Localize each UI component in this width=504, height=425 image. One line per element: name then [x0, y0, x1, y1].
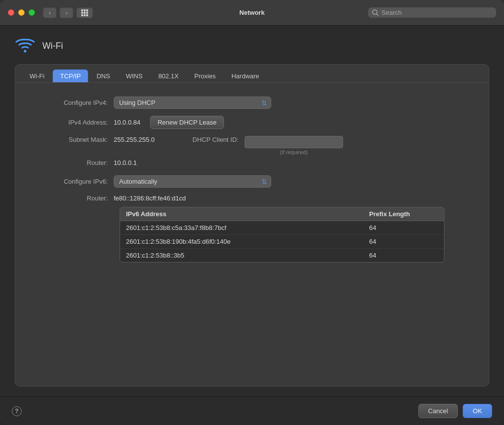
ipv4-address-value: 10.0.0.84: [114, 119, 140, 126]
svg-rect-8: [86, 14, 88, 16]
forward-button[interactable]: ›: [60, 7, 73, 18]
subnet-mask-label: Subnet Mask:: [35, 136, 114, 143]
tab-wifi[interactable]: Wi-Fi: [22, 69, 52, 82]
svg-point-11: [24, 50, 27, 53]
window-title: Network: [239, 9, 264, 16]
svg-rect-1: [84, 9, 86, 11]
configure-ipv6-label: Configure IPv6:: [35, 178, 114, 185]
configure-ipv6-row: Configure IPv6: Automatically Manually L…: [35, 175, 469, 188]
svg-rect-4: [84, 12, 86, 14]
router6-value: fe80::1286:8cff:fe46:d1cd: [114, 195, 186, 202]
grid-icon: [81, 9, 89, 17]
wifi-label: Wi-Fi: [42, 41, 63, 51]
subnet-dhcp-row: Subnet Mask: 255.255.255.0 DHCP Client I…: [35, 136, 469, 155]
ipv6-addr-1: 2601:c1:2:53b8:c5a:33a7:f8b8:7bcf: [126, 224, 369, 231]
dhcp-client-id-input[interactable]: [245, 136, 343, 148]
svg-rect-2: [86, 9, 88, 11]
search-input[interactable]: [381, 9, 492, 16]
ipv4-address-row: IPv4 Address: 10.0.0.84 Renew DHCP Lease: [35, 116, 469, 129]
renew-dhcp-button[interactable]: Renew DHCP Lease: [150, 116, 224, 129]
minimize-button[interactable]: [18, 9, 25, 16]
router6-row: Router: fe80::1286:8cff:fe46:d1cd: [35, 195, 469, 202]
router-row: Router: 10.0.0.1: [35, 159, 469, 166]
traffic-lights: [8, 9, 35, 16]
content-area: Wi-Fi Wi-Fi TCP/IP DNS WINS 802.1X Proxi…: [0, 26, 504, 396]
tab-bar: Wi-Fi TCP/IP DNS WINS 802.1X Proxies Har…: [15, 65, 489, 83]
bottom-bar: ? Cancel OK: [0, 396, 504, 425]
dhcp-hint: (If required): [245, 149, 343, 155]
ipv6-addr-2: 2601:c1:2:53b8:190b:4fa5:d6f0:140e: [126, 238, 369, 245]
svg-line-10: [377, 14, 378, 16]
wifi-header: Wi-Fi: [15, 35, 489, 56]
svg-rect-7: [84, 14, 86, 16]
settings-panel: Wi-Fi TCP/IP DNS WINS 802.1X Proxies Har…: [15, 64, 489, 387]
ipv6-col-address-header: IPv6 Address: [126, 210, 369, 218]
svg-rect-6: [81, 14, 83, 16]
configure-ipv6-select-wrapper: Automatically Manually Link-local only O…: [114, 175, 271, 188]
table-row[interactable]: 2601:c1:2:53b8:190b:4fa5:d6f0:140e 64: [120, 235, 444, 249]
tab-wins[interactable]: WINS: [119, 69, 150, 82]
bottom-right-buttons: Cancel OK: [418, 404, 492, 418]
ipv6-table-header: IPv6 Address Prefix Length: [120, 207, 444, 221]
tab-proxies[interactable]: Proxies: [187, 69, 223, 82]
router-value: 10.0.0.1: [114, 159, 137, 166]
cancel-button[interactable]: Cancel: [418, 404, 458, 418]
tab-8021x[interactable]: 802.1X: [151, 69, 186, 82]
ipv6-prefix-2: 64: [369, 238, 438, 245]
table-row[interactable]: 2601:c1:2:53b8::3b5 64: [120, 249, 444, 262]
svg-rect-3: [81, 12, 83, 14]
tab-tcpip[interactable]: TCP/IP: [53, 69, 88, 82]
titlebar: ‹ › Network: [0, 0, 504, 26]
ok-button[interactable]: OK: [463, 404, 492, 418]
nav-buttons: ‹ ›: [43, 7, 73, 18]
wifi-icon: [15, 35, 35, 56]
dhcp-client-id-label: DHCP Client ID:: [192, 136, 245, 143]
table-row[interactable]: 2601:c1:2:53b8:c5a:33a7:f8b8:7bcf 64: [120, 221, 444, 235]
maximize-button[interactable]: [29, 9, 35, 16]
search-icon: [372, 9, 378, 16]
tab-dns[interactable]: DNS: [89, 69, 117, 82]
ipv6-col-prefix-header: Prefix Length: [369, 210, 438, 218]
tab-hardware[interactable]: Hardware: [224, 69, 266, 82]
configure-ipv4-label: Configure IPv4:: [35, 99, 114, 106]
dhcp-client-id-container: (If required): [245, 136, 343, 155]
configure-ipv4-row: Configure IPv4: Using DHCP Manually Usin…: [35, 97, 469, 109]
ipv6-table: IPv6 Address Prefix Length 2601:c1:2:53b…: [120, 207, 444, 262]
grid-button[interactable]: [76, 7, 93, 18]
help-button[interactable]: ?: [12, 406, 22, 416]
ipv6-addr-3: 2601:c1:2:53b8::3b5: [126, 252, 369, 259]
router6-label: Router:: [35, 195, 114, 202]
ipv4-address-label: IPv4 Address:: [35, 119, 114, 126]
main-window: ‹ › Network: [0, 0, 504, 425]
svg-rect-0: [81, 9, 83, 11]
back-button[interactable]: ‹: [43, 7, 57, 18]
subnet-mask-value: 255.255.255.0: [114, 136, 192, 143]
configure-ipv6-select[interactable]: Automatically Manually Link-local only O…: [114, 175, 271, 188]
ipv6-prefix-1: 64: [369, 224, 438, 231]
close-button[interactable]: [8, 9, 14, 16]
search-bar: [368, 7, 496, 18]
router-label: Router:: [35, 159, 114, 166]
svg-rect-5: [86, 12, 88, 14]
tcpip-content: Configure IPv4: Using DHCP Manually Usin…: [15, 83, 489, 386]
configure-ipv4-select-wrapper: Using DHCP Manually Using BOOTP Off ⇅: [114, 97, 271, 109]
configure-ipv4-select[interactable]: Using DHCP Manually Using BOOTP Off: [114, 97, 271, 109]
ipv6-prefix-3: 64: [369, 252, 438, 259]
